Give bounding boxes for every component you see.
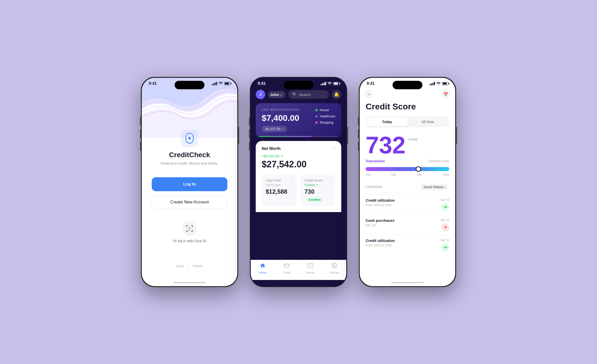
tab-credit-label: Credit <box>283 271 290 274</box>
score-source: TransUnion <box>366 159 385 163</box>
cash-flow-arrow: › <box>292 179 293 182</box>
expense-card: LAST MONTH EXPENSES $7,400.00 -$1,327.00… <box>256 103 341 137</box>
status-icons-3 <box>430 82 448 86</box>
expense-legend: House Healthcare Shopping <box>315 108 335 124</box>
excellent-badge: Excellent <box>306 197 322 202</box>
credit-score-value: 730 Excellent <box>304 188 331 202</box>
change-badge-2: +4 <box>441 243 449 251</box>
svg-rect-4 <box>284 264 289 267</box>
status-icons-1 <box>212 82 230 86</box>
calendar-button[interactable]: 📅 <box>441 90 450 99</box>
expense-change-value: -$1,327.00 <box>265 127 280 131</box>
net-worth-change: +$9,832.00 ↗ <box>262 154 335 158</box>
back-button[interactable]: ‹ <box>365 90 374 99</box>
tab-bar: Home Credit Money <box>251 260 346 280</box>
dynamic-island-2 <box>284 81 313 89</box>
score-bar-container <box>366 167 449 171</box>
changes-section: CHANGES Score history › Credit utilizati… <box>366 183 449 255</box>
mini-cards: Cash Flow › Left in April $12,588 Credit… <box>262 175 335 206</box>
expense-amount: $7,400.00 <box>262 113 299 123</box>
net-worth-amount: $27,542.00 <box>262 159 335 170</box>
help-link[interactable]: HELP <box>176 265 184 268</box>
expense-left: LAST MONTH EXPENSES $7,400.00 -$1,327.00… <box>262 108 299 132</box>
legend-label-shopping: Shopping <box>320 121 333 124</box>
change-name-0: Credit utilization <box>366 198 395 202</box>
dynamic-island-3 <box>393 81 422 89</box>
change-right-0: Apr 14 +4 <box>441 198 449 211</box>
score-history-button[interactable]: Score history › <box>420 183 449 190</box>
status-bar-3: 9:41 <box>360 78 455 88</box>
change-name-2: Credit utilization <box>366 238 395 243</box>
home-indicator-1 <box>173 282 206 283</box>
net-worth-card: Net Worth › +$9,832.00 ↗ $27,542.00 Cash… <box>256 141 341 212</box>
login-screen: 9:41 <box>142 78 237 286</box>
tab-credit[interactable]: Credit <box>275 263 298 274</box>
change-desc-2: From 20% to 23% <box>366 243 395 247</box>
legend-dot-house <box>315 109 318 111</box>
legend-label-house: House <box>320 108 329 112</box>
status-bar-1: 9:41 <box>142 78 237 88</box>
change-right-2: Apr 10 +4 <box>441 238 449 251</box>
tab-home[interactable]: Home <box>251 263 275 274</box>
signal-icon-3 <box>430 82 435 85</box>
home-tab-icon <box>260 263 266 270</box>
phone-login: 9:41 <box>141 77 238 287</box>
alltime-tab[interactable]: All time <box>407 117 448 126</box>
score-history-label: Score history <box>423 185 444 189</box>
score-trend-icon: ↗ <box>316 183 318 187</box>
login-button[interactable]: Log In <box>152 177 227 191</box>
battery-icon-1 <box>224 82 230 85</box>
score-indicator <box>416 166 421 172</box>
status-time-3: 9:41 <box>367 81 375 86</box>
scale-1000: 1000 <box>443 173 449 177</box>
change-badge-1: -6 <box>441 223 449 231</box>
svg-point-2 <box>188 227 189 228</box>
net-worth-title: Net Worth <box>262 146 281 151</box>
battery-icon-2 <box>333 82 339 85</box>
wifi-icon-3 <box>437 82 441 86</box>
scale-300: 300 <box>366 173 371 177</box>
score-number: 732 <box>366 133 405 157</box>
score-display: 732 +4 pts <box>366 133 449 157</box>
time-toggle: Today All time <box>366 116 449 127</box>
cash-flow-card: Cash Flow › Left in April $12,588 <box>262 175 297 206</box>
today-tab[interactable]: Today <box>367 117 407 126</box>
search-button[interactable]: 🔍 Search <box>288 90 329 99</box>
home-indicator-3 <box>391 282 424 283</box>
change-left-2: Credit utilization From 20% to 23% <box>366 238 395 247</box>
score-pts: +4 pts <box>408 137 418 141</box>
score-meta: TransUnion Updated today <box>366 159 449 163</box>
terms-link[interactable]: TERMS <box>192 265 203 268</box>
chevron-right-icon: › <box>445 185 446 189</box>
face-id-label: Or log in with Face ID <box>173 239 206 243</box>
cash-flow-sub: Left in April <box>266 183 293 187</box>
score-bar <box>366 167 449 171</box>
notification-button[interactable]: 🔔 <box>332 90 341 99</box>
create-account-button[interactable]: Create New Account <box>152 195 227 209</box>
face-id-button[interactable] <box>182 221 197 236</box>
net-worth-change-value: +$9,832.00 <box>262 154 279 158</box>
home-scroll: Net Worth › +$9,832.00 ↗ $27,542.00 Cash… <box>251 141 346 260</box>
changes-header: CHANGES Score history › <box>366 183 449 190</box>
phones-container: 9:41 <box>141 77 456 287</box>
tab-money[interactable]: Money <box>298 263 322 274</box>
signal-icon-1 <box>212 82 217 85</box>
search-icon: 🔍 <box>292 92 297 97</box>
user-name-button[interactable]: John › <box>268 91 285 98</box>
credit-score-card: Credit Score › 5 points ↗ 730 Excellent <box>300 175 335 206</box>
change-desc-0: From 20% to 23% <box>366 203 395 207</box>
bell-icon: 🔔 <box>334 92 339 97</box>
legend-dot-healthcare <box>315 115 318 118</box>
tab-settings[interactable]: Settings <box>322 263 346 274</box>
user-avatar: J <box>256 90 265 99</box>
credit-score-arrow: › <box>330 179 331 182</box>
credit-score-sub: 5 points ↗ <box>304 183 331 187</box>
change-item-1: Cash purchases $45.20 Apr 12 -6 <box>366 215 449 235</box>
home-indicator-2 <box>282 282 315 283</box>
expense-label: LAST MONTH EXPENSES <box>262 108 299 111</box>
scale-690: 690 <box>417 173 422 177</box>
app-tagline: Know your credit. Secure your future. <box>161 161 218 165</box>
status-time-1: 9:41 <box>149 81 157 86</box>
change-item-0: Credit utilization From 20% to 23% Apr 1… <box>366 194 449 215</box>
change-right-1: Apr 12 -6 <box>441 218 449 231</box>
